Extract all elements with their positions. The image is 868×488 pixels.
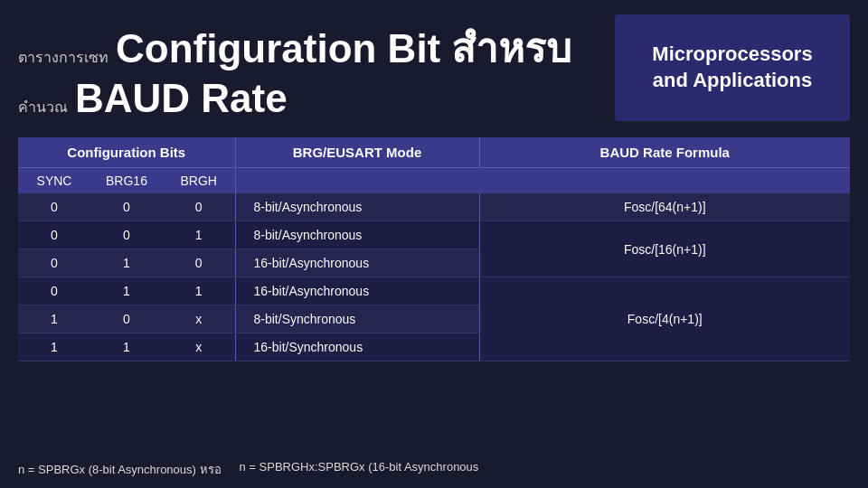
table-header-sub: SYNC BRG16 BRGH — [18, 168, 850, 194]
col-mode-subheader — [235, 168, 479, 194]
baud-rate-table: Configuration Bits BRG/EUSART Mode BAUD … — [18, 137, 850, 361]
cell-formula: Fosc/[16(n+1)] — [479, 221, 850, 277]
cell-brgh: 1 — [163, 277, 235, 305]
brand-line2: and Applications — [653, 69, 812, 91]
brgeusart-header: BRG/EUSART Mode — [235, 137, 479, 168]
cell-brg16: 0 — [90, 193, 163, 221]
cell-brg16: 1 — [90, 333, 163, 361]
cell-brgh: 0 — [163, 193, 235, 221]
cell-brg16: 1 — [90, 249, 163, 277]
cell-brg16: 0 — [90, 305, 163, 333]
cell-formula: Fosc/[4(n+1)] — [479, 277, 850, 361]
col-sync-header: SYNC — [18, 168, 90, 194]
cell-brgh: 1 — [163, 221, 235, 249]
table-header-top: Configuration Bits BRG/EUSART Mode BAUD … — [18, 137, 850, 168]
footer-text2: n = SPBRGHx:SPBRGx (16-bit Asynchronous — [240, 460, 479, 479]
col-formula-subheader — [479, 168, 850, 194]
cell-sync: 1 — [18, 333, 90, 361]
cell-mode: 8-bit/Synchronous — [235, 305, 479, 333]
brand-box: Microprocessors and Applications — [615, 14, 850, 121]
cell-sync: 0 — [18, 277, 90, 305]
main-title-line1: Configuration Bit สำหรบ — [116, 16, 572, 80]
cell-sync: 0 — [18, 249, 90, 277]
cell-brg16: 0 — [90, 221, 163, 249]
cell-mode: 8-bit/Asynchronous — [235, 221, 479, 249]
cell-formula: Fosc/[64(n+1)] — [479, 193, 850, 221]
page: ตารางการเซท Configuration Bit สำหรบ คำนว… — [0, 0, 868, 488]
table-row: 01116-bit/AsynchronousFosc/[4(n+1)] — [18, 277, 850, 305]
cell-sync: 0 — [18, 221, 90, 249]
table-container: Configuration Bits BRG/EUSART Mode BAUD … — [18, 137, 850, 361]
table-row: 0018-bit/AsynchronousFosc/[16(n+1)] — [18, 221, 850, 249]
thai-label-2: คำนวณ — [18, 96, 68, 118]
col-brg16-header: BRG16 — [90, 168, 163, 194]
cell-mode: 16-bit/Asynchronous — [235, 249, 479, 277]
cell-mode: 16-bit/Asynchronous — [235, 277, 479, 305]
header-line1: ตารางการเซท Configuration Bit สำหรบ — [18, 16, 615, 80]
brand-title: Microprocessors and Applications — [629, 42, 835, 93]
footer-text1: n = SPBRGx (8-bit Asynchronous) หรอ — [18, 460, 222, 479]
header-line2: คำนวณ BAUD Rate — [18, 76, 615, 121]
cell-brgh: x — [163, 333, 235, 361]
table-row: 0008-bit/AsynchronousFosc/[64(n+1)] — [18, 193, 850, 221]
cell-mode: 16-bit/Synchronous — [235, 333, 479, 361]
cell-brg16: 1 — [90, 277, 163, 305]
baud-formula-header: BAUD Rate Formula — [479, 137, 850, 168]
thai-label-1: ตารางการเซท — [18, 46, 108, 69]
cell-sync: 0 — [18, 193, 90, 221]
table-body: 0008-bit/AsynchronousFosc/[64(n+1)]0018-… — [18, 193, 850, 361]
col-brgh-header: BRGH — [163, 168, 235, 194]
cell-brgh: x — [163, 305, 235, 333]
header-left: ตารางการเซท Configuration Bit สำหรบ คำนว… — [18, 16, 615, 121]
config-bits-header: Configuration Bits — [18, 137, 235, 168]
cell-brgh: 0 — [163, 249, 235, 277]
main-title-line2: BAUD Rate — [75, 76, 288, 121]
cell-sync: 1 — [18, 305, 90, 333]
brand-line1: Microprocessors — [652, 42, 812, 65]
footer: n = SPBRGx (8-bit Asynchronous) หรอ n = … — [18, 460, 850, 479]
cell-mode: 8-bit/Asynchronous — [235, 193, 479, 221]
header: ตารางการเซท Configuration Bit สำหรบ คำนว… — [0, 0, 868, 130]
